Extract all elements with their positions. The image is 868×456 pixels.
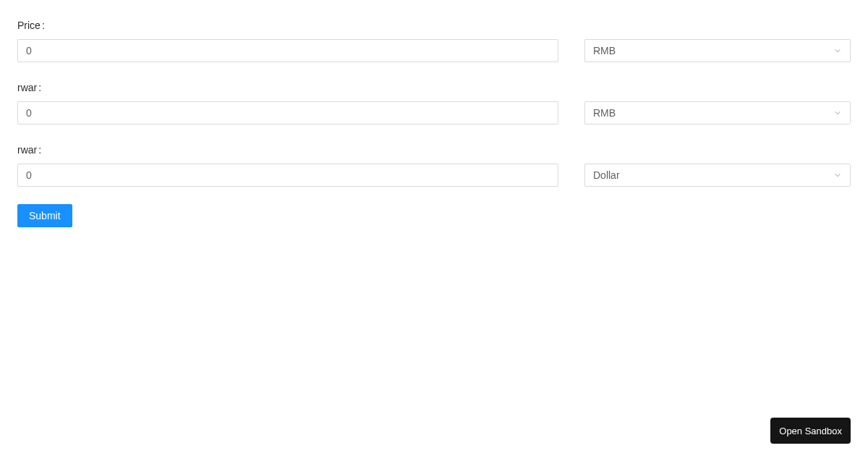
form-item-rwar-2: rwar Dollar (17, 142, 851, 187)
rwar-1-currency-select[interactable]: RMB (584, 101, 851, 124)
form-item-submit: Submit (17, 204, 851, 227)
form-item-price: Price RMB (17, 17, 851, 62)
rwar-2-input[interactable] (17, 164, 558, 187)
rwar-2-label: rwar (17, 142, 851, 158)
price-form: Price RMB rwar RMB (17, 17, 851, 227)
chevron-down-icon (833, 171, 842, 180)
price-input-group: RMB (17, 39, 851, 62)
rwar-1-label: rwar (17, 80, 851, 96)
price-input[interactable] (17, 39, 558, 62)
price-label: Price (17, 17, 851, 33)
chevron-down-icon (833, 46, 842, 55)
submit-button[interactable]: Submit (17, 204, 72, 227)
rwar-2-input-group: Dollar (17, 164, 851, 187)
price-currency-value: RMB (593, 40, 616, 62)
rwar-1-input-group: RMB (17, 101, 851, 124)
chevron-down-icon (833, 109, 842, 117)
rwar-1-currency-value: RMB (593, 102, 616, 124)
price-currency-select[interactable]: RMB (584, 39, 851, 62)
rwar-2-currency-select[interactable]: Dollar (584, 164, 851, 187)
form-item-rwar-1: rwar RMB (17, 80, 851, 124)
open-sandbox-button[interactable]: Open Sandbox (770, 418, 851, 444)
rwar-2-currency-value: Dollar (593, 164, 620, 186)
rwar-1-input[interactable] (17, 101, 558, 124)
